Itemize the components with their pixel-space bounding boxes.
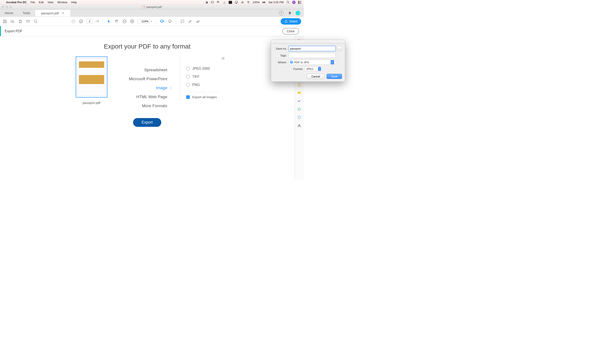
battery-percent[interactable]: 100% xyxy=(253,1,260,4)
format-more[interactable]: More Formats xyxy=(120,101,167,110)
rail-protect-icon[interactable] xyxy=(297,115,301,120)
tab-tools[interactable]: Tools xyxy=(18,9,35,16)
page-down-icon[interactable] xyxy=(79,19,83,24)
comment-icon[interactable] xyxy=(180,19,185,24)
menu-window[interactable]: Window xyxy=(57,1,67,4)
zoom-input[interactable] xyxy=(138,19,149,24)
rail-scan-icon[interactable] xyxy=(297,107,301,112)
format-image[interactable]: Image xyxy=(120,83,167,92)
export-panel: Export your PDF to any format passport.p… xyxy=(0,36,294,180)
export-all-images-checkbox[interactable]: ✓Export all images xyxy=(186,95,219,99)
save-icon[interactable] xyxy=(2,19,7,24)
export-header-title: Export PDF xyxy=(5,29,23,33)
svg-rect-12 xyxy=(19,21,22,22)
dialog-titlebar[interactable] xyxy=(271,40,304,44)
cloud-icon[interactable] xyxy=(10,19,15,24)
page-number-input[interactable] xyxy=(86,19,93,24)
rail-send-icon[interactable] xyxy=(297,83,301,87)
zoom-in-icon[interactable] xyxy=(130,19,134,24)
page-display-icon[interactable] xyxy=(168,19,172,24)
menu-view[interactable]: View xyxy=(48,1,53,4)
svg-rect-0 xyxy=(235,1,238,3)
svg-rect-13 xyxy=(26,20,29,22)
save-as-input[interactable] xyxy=(288,46,304,51)
svg-point-1 xyxy=(248,3,249,3)
print-icon[interactable] xyxy=(18,19,23,24)
bluetooth-icon[interactable]: ⁂ xyxy=(241,1,244,4)
status-icon-1[interactable]: ◑ xyxy=(205,1,208,4)
tab-home[interactable]: Home xyxy=(0,9,18,16)
svg-point-21 xyxy=(223,58,224,59)
siri-icon[interactable] xyxy=(292,1,296,4)
wifi-icon[interactable] xyxy=(247,1,250,4)
where-select[interactable]: PDF to JPG ▴▾ xyxy=(288,60,304,65)
folder-icon xyxy=(290,61,293,64)
rail-more-tools-icon[interactable] xyxy=(297,123,301,128)
subformat-jpeg2000[interactable]: JPEG 2000 xyxy=(186,65,219,73)
dropbox-icon[interactable] xyxy=(217,1,220,4)
subformat-tiff[interactable]: TIFF xyxy=(186,73,219,81)
main-toolbar: / 6 ▾ ▾ Share xyxy=(0,17,304,26)
page-up-icon[interactable] xyxy=(71,19,76,24)
svg-point-11 xyxy=(298,3,299,4)
airplay-icon[interactable] xyxy=(235,1,238,4)
rail-fill-sign-icon[interactable] xyxy=(297,99,301,104)
svg-rect-30 xyxy=(298,108,301,110)
menu-edit[interactable]: Edit xyxy=(39,1,44,4)
export-close-button[interactable]: Close xyxy=(282,28,299,34)
creative-cloud-icon[interactable] xyxy=(211,1,214,4)
export-button[interactable]: Export xyxy=(133,118,161,127)
help-icon[interactable]: ? xyxy=(279,11,284,15)
thumbnail-label: passport.pdf xyxy=(83,101,101,104)
format-spreadsheet[interactable]: Spreadsheet xyxy=(120,65,167,74)
tab-strip: Home Tools passport.pdf ✕ ? xyxy=(0,9,304,17)
svg-rect-4 xyxy=(265,2,266,2)
menubar-clock[interactable]: Sat 3:05 PM xyxy=(268,1,284,4)
format-powerpoint[interactable]: Microsoft PowerPoint xyxy=(120,74,167,83)
menu-help[interactable]: Help xyxy=(71,1,77,4)
tab-document[interactable]: passport.pdf ✕ xyxy=(35,9,71,16)
gdrive-icon[interactable]: △ xyxy=(223,1,226,4)
tags-label: Tags: xyxy=(274,54,287,57)
find-icon[interactable] xyxy=(33,19,38,24)
email-icon[interactable] xyxy=(26,19,30,24)
tags-input[interactable] xyxy=(288,53,304,58)
tab-close-icon[interactable]: ✕ xyxy=(62,11,64,15)
app-icon[interactable] xyxy=(229,1,232,4)
battery-icon[interactable] xyxy=(262,1,266,4)
traffic-lights[interactable] xyxy=(2,6,12,8)
subformat-png[interactable]: PNG xyxy=(186,81,219,89)
zoom-out-icon[interactable] xyxy=(122,19,127,24)
format-list: Microsoft Word Spreadsheet Microsoft Pow… xyxy=(120,56,167,110)
menubar-app-name[interactable]: Acrobat Pro DC xyxy=(6,1,27,4)
notification-center-icon[interactable] xyxy=(298,1,301,4)
svg-point-10 xyxy=(298,2,299,2)
document-thumbnail[interactable] xyxy=(76,56,107,98)
svg-point-5 xyxy=(287,1,288,3)
settings-gear-icon[interactable] xyxy=(221,56,225,60)
hand-tool-icon[interactable] xyxy=(114,19,119,24)
window-titlebar: passport.pdf xyxy=(0,5,304,9)
page-total: / 6 xyxy=(96,20,99,23)
export-pdf-header: Export PDF Close xyxy=(0,26,304,36)
svg-point-16 xyxy=(79,20,83,23)
account-avatar[interactable] xyxy=(296,11,300,15)
rail-comment-icon[interactable] xyxy=(297,91,301,95)
spotlight-icon[interactable] xyxy=(286,1,290,4)
tab-document-label: passport.pdf xyxy=(41,11,59,15)
format-label: Format: xyxy=(293,67,303,71)
zoom-dropdown-icon[interactable]: ▾ xyxy=(151,20,152,23)
select-tool-icon[interactable] xyxy=(107,19,111,24)
window-title: passport.pdf xyxy=(146,5,162,9)
format-html[interactable]: HTML Web Page xyxy=(120,92,167,101)
menu-file[interactable]: File xyxy=(31,1,35,4)
pdf-file-icon xyxy=(142,6,145,9)
export-title: Export your PDF to any format xyxy=(9,43,286,50)
sign-icon[interactable] xyxy=(196,19,200,24)
notifications-icon[interactable] xyxy=(288,11,291,15)
svg-rect-20 xyxy=(169,20,171,22)
share-button[interactable]: Share xyxy=(281,18,301,25)
fit-width-icon[interactable]: ▾ xyxy=(160,19,164,24)
highlight-icon[interactable] xyxy=(188,19,193,24)
save-as-label: Save As: xyxy=(274,47,287,50)
